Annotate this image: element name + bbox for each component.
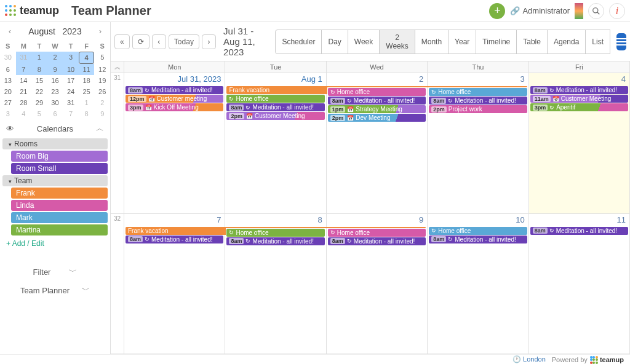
day-number[interactable]: Aug 1 <box>301 74 322 84</box>
day-number[interactable]: 9 <box>419 215 423 224</box>
event[interactable] <box>325 86 428 87</box>
calendar-item[interactable]: Room Small <box>11 163 108 174</box>
mini-day[interactable]: 10 <box>63 64 79 75</box>
mini-day[interactable]: 7 <box>63 108 79 119</box>
event[interactable]: 8am↻Meditation - all invited! <box>226 103 324 111</box>
add-event-button[interactable]: + <box>489 3 505 19</box>
view-list[interactable]: List <box>585 30 610 54</box>
mini-day[interactable]: 28 <box>16 97 32 108</box>
calendars-section-header[interactable]: 👁 Calendars ︿ <box>0 119 110 138</box>
event[interactable]: Frank vacation <box>126 227 226 235</box>
view-week[interactable]: Week <box>348 30 380 54</box>
view-timeline[interactable]: Timeline <box>476 30 517 54</box>
day-cell[interactable]: 8↻Home office8am↻Meditation - all invite… <box>225 214 326 354</box>
event[interactable]: 11am📅Customer Meeting <box>530 95 628 103</box>
event[interactable]: ↻Home office <box>328 88 426 96</box>
event[interactable]: Frank vacation <box>226 86 327 94</box>
mini-day[interactable]: 24 <box>63 86 79 97</box>
planner-section-header[interactable]: Team Planner ﹀ <box>0 281 110 299</box>
mini-next-button[interactable]: › <box>95 26 105 37</box>
mini-day[interactable]: 3 <box>0 108 16 119</box>
day-cell[interactable]: 10↻Home office8am↻Meditation - all invit… <box>428 214 528 354</box>
day-number[interactable]: 11 <box>617 215 626 224</box>
mini-day[interactable]: 5 <box>31 108 47 119</box>
event[interactable]: 3pm↻Aperitif <box>530 103 628 111</box>
mini-day[interactable]: 31 <box>16 52 32 64</box>
mini-day[interactable]: 8 <box>31 64 47 75</box>
day-number[interactable]: 3 <box>520 74 524 84</box>
event[interactable] <box>325 227 426 228</box>
mini-day[interactable]: 23 <box>47 86 63 97</box>
admin-link[interactable]: 🔗 Administrator <box>510 6 570 15</box>
mini-day[interactable]: 18 <box>79 75 95 86</box>
day-number[interactable]: 10 <box>516 215 524 224</box>
timezone-link[interactable]: 🕐 London <box>512 355 546 363</box>
mini-day[interactable]: 30 <box>0 52 16 64</box>
mini-day[interactable]: 1 <box>79 97 95 108</box>
day-cell[interactable]: 2↻Home office8am↻Meditation - all invite… <box>327 73 428 213</box>
mini-day[interactable]: 7 <box>16 64 32 75</box>
mini-day[interactable]: 30 <box>47 97 63 108</box>
mini-day[interactable]: 21 <box>16 86 32 97</box>
mini-day[interactable]: 17 <box>63 75 79 86</box>
event[interactable]: 8am↻Meditation - all invited! <box>328 237 426 245</box>
mini-day[interactable]: 29 <box>31 97 47 108</box>
mini-day[interactable]: 9 <box>47 64 63 75</box>
event[interactable]: 8am↻Meditation - all invited! <box>328 97 426 105</box>
event[interactable]: 8am↻Meditation - all invited! <box>530 86 628 94</box>
next-button[interactable]: › <box>202 34 216 49</box>
menu-button[interactable] <box>616 33 626 50</box>
mini-day[interactable]: 2 <box>94 97 110 108</box>
today-button[interactable]: Today <box>169 34 199 49</box>
day-cell[interactable]: 3↻Home office8am↻Meditation - all invite… <box>428 73 528 213</box>
day-number[interactable]: 4 <box>621 74 626 84</box>
calendar-group[interactable]: Team <box>2 175 108 186</box>
view-agenda[interactable]: Agenda <box>547 30 586 54</box>
event[interactable]: 8am↻Meditation - all invited! <box>530 227 628 235</box>
search-button[interactable] <box>588 3 604 19</box>
mini-day[interactable]: 20 <box>0 86 16 97</box>
mini-day[interactable]: 6 <box>47 108 63 119</box>
mini-day[interactable]: 26 <box>94 86 110 97</box>
day-number[interactable]: 2 <box>419 74 423 84</box>
view-month[interactable]: Month <box>415 30 449 54</box>
day-number[interactable]: 8 <box>318 215 322 224</box>
event[interactable]: 1pm📅Strategy Meeting <box>328 105 426 113</box>
mini-day[interactable]: 16 <box>47 75 63 86</box>
view-2-weeks[interactable]: 2 Weeks <box>379 30 415 54</box>
day-cell[interactable]: Aug 1Frank vacation↻Home office8am↻Medit… <box>225 73 326 213</box>
mini-day[interactable]: 27 <box>0 97 16 108</box>
avatar[interactable] <box>575 3 583 19</box>
mini-day[interactable]: 25 <box>79 86 95 97</box>
day-number[interactable]: Jul 31, 2023 <box>178 74 221 84</box>
event[interactable] <box>224 227 327 228</box>
calendar-group[interactable]: Rooms <box>2 138 108 149</box>
view-scheduler[interactable]: Scheduler <box>275 30 322 54</box>
add-edit-link[interactable]: + Add / Edit <box>0 237 110 250</box>
mini-day[interactable]: 4 <box>79 52 95 64</box>
mini-day[interactable]: 9 <box>94 108 110 119</box>
calendar-item[interactable]: Room Big <box>11 151 108 162</box>
collapse-weeks-button[interactable]: ︽ <box>111 61 124 73</box>
day-cell[interactable]: 7Frank vacation8am↻Meditation - all invi… <box>124 214 225 354</box>
mini-day[interactable]: 11 <box>79 64 95 75</box>
mini-day[interactable]: 13 <box>0 75 16 86</box>
event[interactable]: 8am↻Meditation - all invited! <box>126 235 223 243</box>
event[interactable]: 8am↻Meditation - all invited! <box>226 237 324 245</box>
event[interactable]: 8am↻Meditation - all invited! <box>126 86 223 94</box>
event[interactable]: 2pm📅Customer Meeting <box>226 112 324 120</box>
mini-day[interactable]: 3 <box>63 52 79 64</box>
mini-day[interactable]: 12 <box>94 64 110 75</box>
mini-day[interactable]: 2 <box>47 52 63 64</box>
calendar-item[interactable]: Linda <box>11 200 108 211</box>
mini-day[interactable]: 6 <box>0 64 16 75</box>
mini-day[interactable]: 14 <box>16 75 32 86</box>
day-cell[interactable]: 48am↻Meditation - all invited!11am📅Custo… <box>529 73 630 213</box>
event[interactable] <box>426 86 527 87</box>
event[interactable]: ↻Home office <box>429 88 527 96</box>
event[interactable]: ↻Home office <box>226 229 324 237</box>
event[interactable]: ↻Home office <box>429 227 527 235</box>
back-start-button[interactable]: « <box>114 34 130 49</box>
view-year[interactable]: Year <box>448 30 476 54</box>
mini-day[interactable]: 22 <box>31 86 47 97</box>
